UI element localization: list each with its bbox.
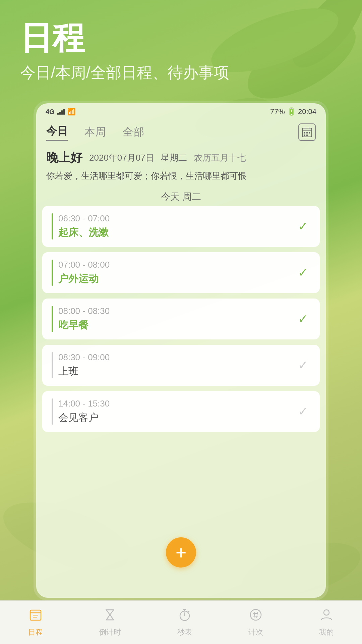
schedule-content: 14:00 - 15:30 会见客户 bbox=[58, 398, 110, 425]
schedule-indicator bbox=[52, 213, 53, 239]
schedule-item[interactable]: 07:00 - 08:00 户外运动 ✓ bbox=[42, 252, 320, 293]
svg-point-27 bbox=[250, 609, 261, 620]
svg-point-32 bbox=[324, 610, 329, 615]
schedule-item-left: 08:30 - 09:00 上班 bbox=[52, 352, 110, 378]
status-left: 4G 📶 bbox=[46, 108, 76, 116]
schedule-indicator bbox=[52, 260, 53, 286]
greeting-text: 晚上好 bbox=[46, 150, 82, 166]
schedule-icon bbox=[28, 608, 43, 625]
svg-line-30 bbox=[254, 612, 255, 618]
schedule-indicator bbox=[52, 306, 53, 332]
greeting-date: 2020年07月07日 bbox=[89, 152, 154, 164]
schedule-time: 07:00 - 08:00 bbox=[58, 260, 110, 270]
battery-percentage: 77% bbox=[270, 107, 285, 116]
schedule-time: 08:00 - 08:30 bbox=[58, 306, 110, 316]
svg-rect-13 bbox=[309, 132, 310, 133]
schedule-content: 06:30 - 07:00 起床、洗漱 bbox=[58, 213, 110, 239]
schedule-content: 08:30 - 09:00 上班 bbox=[58, 352, 110, 378]
schedule-list: 06:30 - 07:00 起床、洗漱 ✓ 07:00 - 08:00 户外运动 bbox=[36, 206, 326, 437]
nav-label-lapcount: 计次 bbox=[248, 627, 263, 637]
svg-rect-15 bbox=[306, 135, 308, 136]
greeting-lunar: 农历五月十七 bbox=[194, 152, 246, 164]
greeting-line1: 晚上好 2020年07月07日 星期二 农历五月十七 bbox=[46, 150, 316, 166]
calendar-icon[interactable] bbox=[298, 123, 316, 141]
signal-icon bbox=[57, 109, 65, 115]
schedule-name: 户外运动 bbox=[58, 272, 110, 286]
schedule-item-left: 14:00 - 15:30 会见客户 bbox=[52, 398, 110, 425]
wifi-icon: 📶 bbox=[67, 108, 76, 116]
tab-week[interactable]: 本周 bbox=[84, 125, 106, 141]
greeting-quote: 你若爱，生活哪里都可爱；你若恨，生活哪里都可恨 bbox=[46, 169, 316, 182]
hashtag-circle-icon bbox=[249, 608, 263, 625]
nav-item-stopwatch[interactable]: 秒表 bbox=[177, 608, 192, 637]
schedule-item-left: 07:00 - 08:00 户外运动 bbox=[52, 260, 110, 286]
checkmark-green: ✓ bbox=[298, 312, 308, 326]
schedule-item-left: 06:30 - 07:00 起床、洗漱 bbox=[52, 213, 110, 239]
tab-today[interactable]: 今日 bbox=[46, 124, 68, 141]
check-icon: ✓ bbox=[296, 358, 310, 373]
nav-item-schedule[interactable]: 日程 bbox=[28, 608, 43, 637]
checkmark-green: ✓ bbox=[298, 266, 308, 280]
hourglass-icon bbox=[103, 608, 117, 625]
schedule-name: 会见客户 bbox=[58, 411, 110, 425]
person-icon bbox=[319, 608, 334, 625]
page-title: 日程 bbox=[20, 20, 229, 56]
checkmark-green: ✓ bbox=[298, 219, 308, 233]
nav-label-profile: 我的 bbox=[319, 627, 334, 637]
check-icon: ✓ bbox=[296, 219, 310, 234]
nav-item-profile[interactable]: 我的 bbox=[319, 608, 334, 637]
schedule-name: 起床、洗漱 bbox=[58, 226, 110, 239]
check-icon: ✓ bbox=[296, 404, 310, 419]
svg-line-31 bbox=[257, 612, 257, 618]
page-header: 日程 今日/本周/全部日程、待办事项 bbox=[20, 20, 229, 83]
schedule-indicator bbox=[52, 352, 53, 378]
schedule-name: 吃早餐 bbox=[58, 318, 110, 332]
svg-line-26 bbox=[188, 611, 189, 612]
page-subtitle: 今日/本周/全部日程、待办事项 bbox=[20, 62, 229, 83]
svg-rect-11 bbox=[304, 132, 305, 133]
schedule-content: 08:00 - 08:30 吃早餐 bbox=[58, 306, 110, 332]
schedule-item[interactable]: 08:30 - 09:00 上班 ✓ bbox=[42, 345, 320, 386]
check-icon: ✓ bbox=[296, 265, 310, 280]
schedule-time: 08:30 - 09:00 bbox=[58, 352, 110, 363]
nav-label-stopwatch: 秒表 bbox=[177, 627, 192, 637]
nav-label-countdown: 倒计时 bbox=[99, 627, 121, 637]
clock: 20:04 bbox=[298, 107, 316, 116]
greeting-section: 晚上好 2020年07月07日 星期二 农历五月十七 你若爱，生活哪里都可爱；你… bbox=[36, 144, 326, 185]
status-right: 77% 🔋 20:04 bbox=[270, 107, 316, 116]
nav-item-lapcount[interactable]: 计次 bbox=[248, 608, 263, 637]
nav-label-schedule: 日程 bbox=[28, 627, 43, 637]
battery-icon: 🔋 bbox=[287, 107, 296, 116]
schedule-content: 07:00 - 08:00 户外运动 bbox=[58, 260, 110, 286]
phone-mockup: 4G 📶 77% 🔋 20:04 今日 本周 全部 bbox=[34, 101, 328, 600]
svg-rect-12 bbox=[306, 132, 308, 133]
schedule-indicator bbox=[52, 398, 53, 425]
checkmark-gray: ✓ bbox=[298, 358, 308, 372]
svg-rect-14 bbox=[304, 135, 305, 136]
add-schedule-button[interactable]: + bbox=[166, 537, 196, 568]
greeting-weekday: 星期二 bbox=[161, 152, 187, 164]
schedule-name: 上班 bbox=[58, 365, 110, 378]
stopwatch-icon bbox=[178, 608, 192, 625]
schedule-time: 06:30 - 07:00 bbox=[58, 213, 110, 224]
bottom-nav: 日程 倒计时 秒表 bbox=[0, 600, 362, 644]
schedule-item-left: 08:00 - 08:30 吃早餐 bbox=[52, 306, 110, 332]
tab-all[interactable]: 全部 bbox=[123, 125, 144, 141]
schedule-item[interactable]: 14:00 - 15:30 会见客户 ✓ bbox=[42, 391, 320, 432]
schedule-item[interactable]: 06:30 - 07:00 起床、洗漱 ✓ bbox=[42, 206, 320, 247]
schedule-item[interactable]: 08:00 - 08:30 吃早餐 ✓ bbox=[42, 299, 320, 339]
today-label: 今天 周二 bbox=[36, 185, 326, 206]
nav-item-countdown[interactable]: 倒计时 bbox=[99, 608, 121, 637]
inner-tab-bar: 今日 本周 全部 bbox=[36, 119, 326, 144]
phone-screen: 4G 📶 77% 🔋 20:04 今日 本周 全部 bbox=[36, 103, 326, 598]
schedule-time: 14:00 - 15:30 bbox=[58, 398, 110, 409]
network-label: 4G bbox=[46, 108, 55, 116]
checkmark-gray: ✓ bbox=[298, 405, 308, 419]
check-icon: ✓ bbox=[296, 312, 310, 326]
status-bar: 4G 📶 77% 🔋 20:04 bbox=[36, 103, 326, 119]
